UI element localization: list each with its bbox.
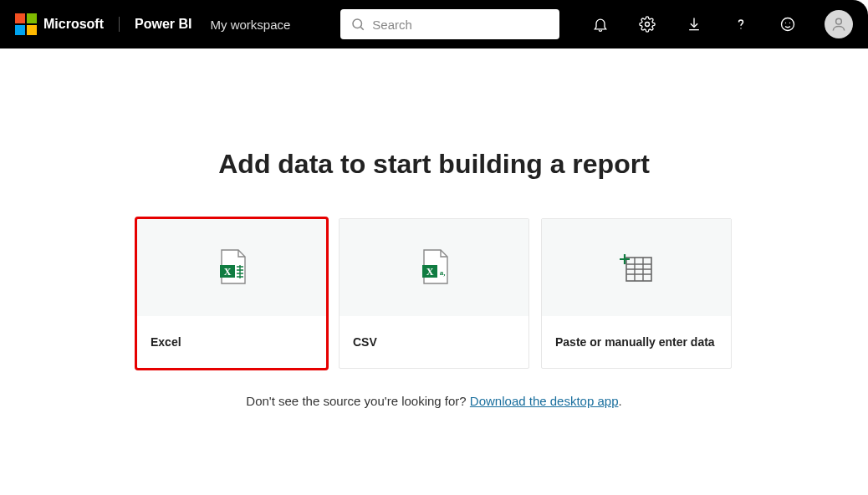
smiley-icon: [779, 16, 796, 33]
card-icon-area: X: [137, 219, 326, 316]
data-source-cards: X Excel X a, CSV: [136, 218, 732, 369]
svg-point-0: [353, 19, 362, 28]
card-label: Excel: [137, 316, 326, 368]
svg-text:X: X: [224, 266, 232, 278]
download-desktop-link[interactable]: Download the desktop app: [470, 394, 619, 408]
help-icon: [733, 16, 749, 33]
footer-prompt: Don't see the source you're looking for?: [246, 394, 470, 408]
svg-point-2: [646, 23, 650, 27]
microsoft-logo-icon: [15, 13, 37, 35]
footer-text: Don't see the source you're looking for?…: [246, 394, 621, 408]
search-input[interactable]: [372, 18, 549, 32]
download-button[interactable]: [684, 14, 704, 34]
search-box[interactable]: [340, 9, 559, 39]
account-button[interactable]: [825, 10, 853, 38]
footer-period: .: [619, 394, 622, 408]
card-icon-area: X a,: [340, 219, 528, 316]
manual-data-icon: [618, 251, 655, 284]
data-source-card-excel[interactable]: X Excel: [136, 218, 327, 369]
download-icon: [686, 16, 702, 33]
card-label: Paste or manually enter data: [542, 316, 731, 368]
top-bar: Microsoft Power BI My workspace: [0, 0, 868, 48]
person-icon: [830, 16, 847, 33]
feedback-button[interactable]: [778, 14, 798, 34]
data-source-card-manual[interactable]: Paste or manually enter data: [541, 218, 732, 369]
card-label: CSV: [340, 316, 528, 368]
svg-text:X: X: [426, 266, 434, 278]
search-icon: [350, 17, 365, 32]
workspace-breadcrumb[interactable]: My workspace: [210, 18, 290, 32]
svg-point-3: [740, 28, 741, 28]
product-label: Power BI: [135, 17, 191, 32]
excel-file-icon: X: [215, 248, 248, 287]
brand-label: Microsoft: [43, 17, 120, 32]
header-actions: [590, 10, 853, 38]
svg-point-7: [836, 18, 842, 24]
svg-point-4: [782, 18, 794, 31]
svg-point-6: [789, 23, 790, 23]
card-icon-area: [542, 219, 731, 316]
svg-text:a,: a,: [440, 268, 446, 277]
help-button[interactable]: [731, 14, 751, 34]
data-source-card-csv[interactable]: X a, CSV: [339, 218, 529, 369]
gear-icon: [639, 16, 656, 33]
main-content: Add data to start building a report X Ex…: [0, 48, 868, 408]
csv-file-icon: X a,: [417, 248, 451, 287]
bell-icon: [592, 16, 609, 33]
settings-button[interactable]: [637, 14, 657, 34]
notifications-button[interactable]: [590, 14, 610, 34]
page-title: Add data to start building a report: [218, 149, 650, 180]
svg-line-1: [361, 27, 364, 29]
svg-point-5: [785, 23, 786, 23]
